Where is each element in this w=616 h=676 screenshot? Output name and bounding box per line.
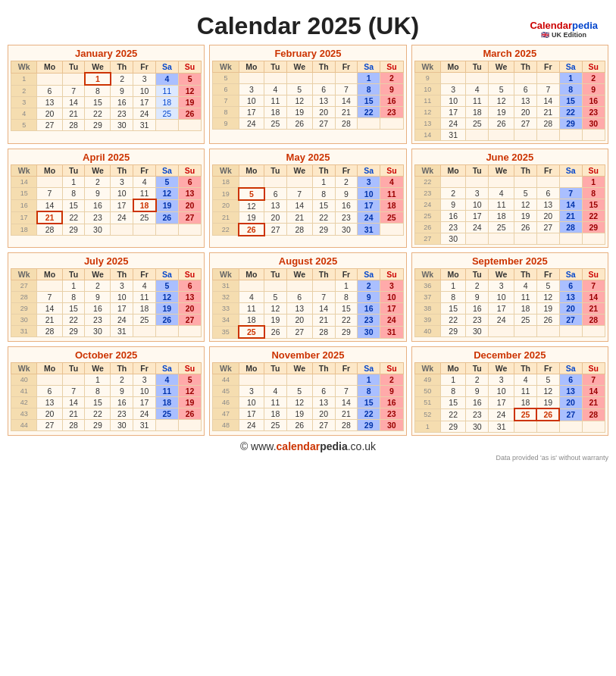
day-header-we: We xyxy=(489,363,514,374)
cal-cell: 30 xyxy=(440,233,465,245)
footer-disclaimer: Data provided 'as is' without warranty xyxy=(8,454,608,462)
day-header-fr: Fr xyxy=(133,61,156,74)
cal-cell xyxy=(440,73,465,84)
cal-cell: 13 xyxy=(514,95,537,107)
cal-cell xyxy=(239,73,264,84)
cal-cell: 11 xyxy=(264,397,287,408)
week-row: 4320212223242526 xyxy=(11,408,202,420)
day-header-we: We xyxy=(489,269,514,280)
cal-cell: 11 xyxy=(156,85,179,97)
cal-cell: 27 xyxy=(514,118,537,130)
day-header-tu: Tu xyxy=(62,269,85,280)
week-row: 181234 xyxy=(213,177,403,188)
cal-cell: 28 xyxy=(536,118,559,130)
cal-cell: 27 xyxy=(414,233,440,245)
cal-cell: 7 xyxy=(582,374,605,386)
week-row: 4012345 xyxy=(11,374,202,386)
cal-cell: 7 xyxy=(559,188,582,199)
cal-cell: 31 xyxy=(213,280,239,292)
cal-cell: 2 xyxy=(335,177,358,188)
month-table-8: WkMoTuWeThFrSaSu311233245678910331112131… xyxy=(212,268,403,339)
month-table-3: WkMoTuWeThFrSaSu912103456789111011121314… xyxy=(414,61,605,141)
cal-cell: 23 xyxy=(414,188,440,199)
cal-cell: 28 xyxy=(559,222,582,233)
cal-cell: 8 xyxy=(582,188,605,199)
cal-cell: 8 xyxy=(440,292,465,303)
cal-cell: 31 xyxy=(133,420,156,431)
cal-cell: 18 xyxy=(489,211,514,222)
cal-cell: 23 xyxy=(358,315,380,327)
cal-cell: 22 xyxy=(62,211,85,224)
day-header-th: Th xyxy=(111,165,133,177)
wk-header: Wk xyxy=(414,61,440,73)
cal-cell xyxy=(264,374,287,386)
day-header-tu: Tu xyxy=(466,363,489,374)
day-header-tu: Tu xyxy=(264,269,287,280)
cal-cell: 52 xyxy=(414,408,440,421)
cal-cell: 12 xyxy=(414,107,440,118)
cal-cell: 26 xyxy=(536,408,559,421)
month-table-4: WkMoTuWeThFrSaSu141234561578910111213161… xyxy=(11,164,202,236)
cal-cell: 17 xyxy=(466,211,489,222)
week-row: 2914151617181920 xyxy=(11,303,202,315)
wk-header: Wk xyxy=(414,165,440,177)
cal-cell xyxy=(380,224,404,236)
cal-cell: 21 xyxy=(536,107,559,118)
cal-cell: 22 xyxy=(440,315,465,326)
cal-cell xyxy=(335,73,358,84)
cal-cell: 10 xyxy=(111,292,133,303)
cal-cell: 5 xyxy=(156,177,179,188)
sa-header: Sa xyxy=(559,269,582,280)
cal-cell: 9 xyxy=(414,73,440,84)
cal-cell: 8 xyxy=(335,292,358,303)
wk-header: Wk xyxy=(213,61,239,73)
day-header-fr: Fr xyxy=(335,363,358,374)
cal-cell: 40 xyxy=(414,326,440,337)
cal-cell: 8 xyxy=(85,85,111,97)
sa-header: Sa xyxy=(358,363,380,374)
week-row: 4412 xyxy=(213,374,403,386)
cal-cell: 2 xyxy=(358,280,380,292)
month-block-6: June 2025WkMoTuWeThFrSaSu221232345678249… xyxy=(411,149,608,248)
cal-cell: 21 xyxy=(37,211,62,224)
cal-cell xyxy=(466,177,489,188)
week-row: 112345 xyxy=(11,73,202,85)
cal-cell: 4 xyxy=(466,84,489,95)
cal-cell: 29 xyxy=(559,118,582,130)
su-header: Su xyxy=(582,61,605,73)
cal-cell: 30 xyxy=(582,118,605,130)
cal-cell: 27 xyxy=(286,326,312,338)
cal-cell: 31 xyxy=(133,120,156,131)
cal-cell: 2 xyxy=(440,188,465,199)
cal-cell: 16 xyxy=(11,199,37,211)
cal-cell: 20 xyxy=(213,200,239,212)
cal-cell: 29 xyxy=(582,222,605,233)
week-row: 402930 xyxy=(414,326,605,337)
cal-cell xyxy=(286,280,312,292)
day-header-mo: Mo xyxy=(440,165,465,177)
cal-cell: 20 xyxy=(264,211,287,224)
cal-cell: 10 xyxy=(111,188,133,200)
cal-cell: 18 xyxy=(156,397,179,408)
cal-cell: 8 xyxy=(62,188,85,200)
day-header-we: We xyxy=(286,269,312,280)
cal-cell xyxy=(466,130,489,141)
cal-cell: 30 xyxy=(11,315,37,326)
cal-cell: 3 xyxy=(11,97,37,108)
week-row: 1721222324252627 xyxy=(11,211,202,224)
cal-cell: 8 xyxy=(358,386,380,397)
day-header-tu: Tu xyxy=(62,61,85,74)
wk-header: Wk xyxy=(414,363,440,374)
cal-cell xyxy=(582,326,605,337)
cal-cell xyxy=(536,177,559,188)
cal-cell: 31 xyxy=(358,224,380,236)
cal-cell: 3 xyxy=(133,73,156,85)
cal-cell: 30 xyxy=(85,224,111,236)
cal-cell: 11 xyxy=(414,95,440,107)
cal-cell xyxy=(239,374,264,386)
day-header-th: Th xyxy=(514,363,537,374)
cal-cell: 6 xyxy=(213,84,239,95)
cal-cell xyxy=(178,326,202,337)
cal-cell: 4 xyxy=(264,386,287,397)
day-header-we: We xyxy=(85,165,111,177)
